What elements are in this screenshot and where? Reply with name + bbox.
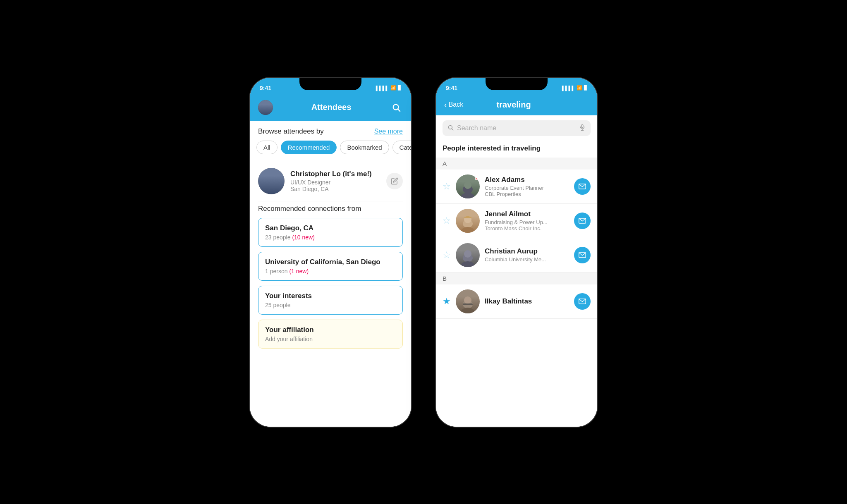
status-icons-2: ▌▌▌▌ 📶 ▊ <box>562 85 587 91</box>
person-info-jennel: Jennel Ailmot Fundraising & Power Up... … <box>485 210 569 232</box>
signal-icon-2: ▌▌▌▌ <box>562 86 575 91</box>
person-name-jennel: Jennel Ailmot <box>485 210 569 218</box>
person-info-alex: Alex Adams Corporate Event Planner CBL P… <box>485 176 569 197</box>
card-3-sub: Add your affiliation <box>265 336 396 342</box>
person-role-jennel: Fundraising & Power Up... <box>485 219 569 225</box>
profile-role: UI/UX Designer <box>290 179 380 186</box>
connection-card-2[interactable]: Your interests 25 people <box>258 286 403 315</box>
person-info-christian: Christian Aurup Columbia University Me..… <box>485 247 569 263</box>
card-0-title: San Diego, CA <box>265 224 396 232</box>
connection-card-1[interactable]: University of California, San Diego 1 pe… <box>258 252 403 281</box>
edit-button[interactable] <box>386 173 403 189</box>
back-label: Back <box>449 101 464 108</box>
profile-location: San Diego, CA <box>290 186 380 192</box>
mail-button-alex[interactable] <box>574 178 591 195</box>
person-name-ilkay: Ilkay Baltintas <box>485 297 569 306</box>
person-name-christian: Christian Aurup <box>485 247 569 256</box>
signal-icon: ▌▌▌▌ <box>376 86 389 91</box>
star-icon-jennel[interactable]: ☆ <box>443 215 451 226</box>
section-letter-a: A <box>436 158 597 170</box>
back-button[interactable]: ‹ Back <box>444 100 463 110</box>
person-info-ilkay: Ilkay Baltintas <box>485 297 569 306</box>
avatar-christian <box>456 243 480 267</box>
phone-1: 9:41 ▌▌▌▌ 📶 ▊ Attendees Browse attendees… <box>250 78 411 427</box>
nav-title-2: traveling <box>463 100 564 110</box>
content-1: Browse attendees by See more All Recomme… <box>250 121 411 427</box>
tab-bookmarked[interactable]: Bookmarked <box>340 141 389 154</box>
mail-button-christian[interactable] <box>574 247 591 263</box>
profile-name: Christopher Lo (it's me!) <box>290 170 380 178</box>
section-letter-b: B <box>436 272 597 284</box>
svg-point-16 <box>464 250 471 258</box>
profile-info: Christopher Lo (it's me!) UI/UX Designer… <box>290 170 380 192</box>
notch-2 <box>486 78 548 90</box>
mail-button-jennel[interactable] <box>574 213 591 229</box>
tab-recommended[interactable]: Recommended <box>281 141 337 154</box>
person-role-alex: Corporate Event Planner <box>485 185 569 191</box>
card-1-title: University of California, San Diego <box>265 258 396 266</box>
svg-point-21 <box>461 308 474 313</box>
time-2: 9:41 <box>446 85 457 91</box>
person-org-alex: CBL Properties <box>485 191 569 197</box>
svg-point-20 <box>464 296 471 304</box>
filter-tabs: All Recommended Bookmarked Categ… <box>250 141 411 161</box>
person-row-ilkay[interactable]: ★ Ilkay Baltintas <box>436 284 597 319</box>
star-icon-alex[interactable]: ☆ <box>443 181 451 192</box>
time-1: 9:41 <box>260 85 271 91</box>
card-0-sub: 23 people (10 new) <box>265 234 396 241</box>
phone-2: 9:41 ▌▌▌▌ 📶 ▊ ‹ Back traveling Search na… <box>436 78 597 427</box>
avatar-alex <box>456 174 480 198</box>
avatar-ilkay <box>456 289 480 313</box>
profile-avatar <box>258 168 285 194</box>
person-row-christian[interactable]: ☆ Christian Aurup Columbia University Me… <box>436 238 597 272</box>
svg-rect-4 <box>581 124 583 127</box>
svg-line-1 <box>398 109 400 111</box>
chevron-left-icon: ‹ <box>444 100 447 110</box>
see-more-link[interactable]: See more <box>374 128 403 135</box>
search-placeholder: Search name <box>457 124 576 132</box>
user-avatar-nav[interactable] <box>258 100 273 115</box>
avatar-jennel <box>456 209 480 233</box>
battery-icon: ▊ <box>398 85 401 91</box>
person-row-jennel[interactable]: ☆ Jennel Ailmot Fundraising & Power Up..… <box>436 204 597 238</box>
person-row-alex[interactable]: ☆ Alex Adams Corporate Event Planner CBL… <box>436 170 597 204</box>
card-1-sub: 1 person (1 new) <box>265 268 396 275</box>
microphone-icon[interactable] <box>579 124 586 132</box>
person-org-jennel: Toronto Mass Choir Inc. <box>485 225 569 232</box>
search-icon <box>447 124 454 132</box>
notch-1 <box>299 78 361 90</box>
people-heading: People interested in traveling <box>436 141 597 158</box>
nav-bar-1: Attendees <box>250 96 411 121</box>
card-2-sub: 25 people <box>265 302 396 308</box>
svg-point-17 <box>461 261 474 267</box>
person-role-christian: Columbia University Me... <box>485 256 569 263</box>
browse-title: Browse attendees by <box>258 127 324 136</box>
person-name-alex: Alex Adams <box>485 176 569 184</box>
recommended-heading: Recommended connections from <box>250 201 411 218</box>
wifi-icon: 📶 <box>390 85 396 91</box>
content-2: Search name People interested in traveli… <box>436 115 597 427</box>
tab-category[interactable]: Categ… <box>392 141 411 154</box>
nav-bar-2: ‹ Back traveling <box>436 96 597 115</box>
svg-line-3 <box>452 129 453 130</box>
battery-icon-2: ▊ <box>584 85 587 91</box>
svg-point-9 <box>461 193 474 198</box>
star-icon-christian[interactable]: ☆ <box>443 250 451 260</box>
status-icons-1: ▌▌▌▌ 📶 ▊ <box>376 85 401 91</box>
connection-card-3[interactable]: Your affiliation Add your affiliation <box>258 320 403 349</box>
svg-point-13 <box>461 227 474 233</box>
wifi-icon-2: 📶 <box>577 85 582 91</box>
nav-title-1: Attendees <box>273 103 390 112</box>
star-icon-ilkay[interactable]: ★ <box>443 296 451 307</box>
tab-all[interactable]: All <box>256 141 278 154</box>
svg-point-8 <box>464 182 471 189</box>
card-3-title: Your affiliation <box>265 326 396 334</box>
profile-row: Christopher Lo (it's me!) UI/UX Designer… <box>250 161 411 201</box>
connection-card-0[interactable]: San Diego, CA 23 people (10 new) <box>258 218 403 247</box>
mail-button-ilkay[interactable] <box>574 293 591 310</box>
card-2-title: Your interests <box>265 292 396 300</box>
search-bar[interactable]: Search name <box>443 120 591 136</box>
svg-rect-22 <box>463 303 473 305</box>
browse-header: Browse attendees by See more <box>250 121 411 141</box>
search-nav-icon[interactable] <box>390 101 403 114</box>
